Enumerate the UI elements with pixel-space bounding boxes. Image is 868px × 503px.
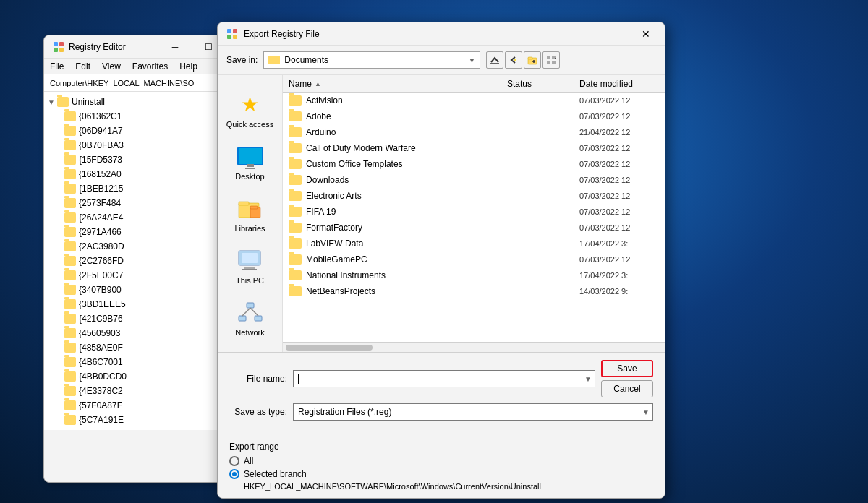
list-item[interactable]: MobileGamePC 07/03/2022 12 (283, 252, 665, 267)
registry-title: Registry Editor (69, 42, 158, 52)
menu-edit[interactable]: Edit (75, 61, 90, 72)
list-item[interactable]: FormatFactory 07/03/2022 12 (283, 220, 665, 236)
nav-label-network: Network (235, 328, 264, 337)
network-icon (236, 299, 265, 325)
svg-line-28 (242, 308, 250, 316)
minimize-button[interactable]: ─ (158, 35, 192, 59)
column-name-label: Name (289, 79, 312, 89)
radio-all-button[interactable] (229, 456, 239, 466)
horizontal-scrollbar[interactable] (283, 342, 665, 352)
save-as-type-combo[interactable]: Registration Files (*.reg) ▼ (293, 403, 653, 421)
tree-label: {4B6C7001 (79, 357, 123, 367)
list-item[interactable]: Electronic Arts 07/03/2022 12 (283, 188, 665, 204)
file-date: 07/03/2022 12 (579, 112, 659, 121)
nav-item-desktop[interactable]: Desktop (221, 139, 279, 185)
folder-icon (64, 126, 76, 136)
dialog-titlebar: Export Registry File ✕ (218, 22, 665, 46)
folder-icon (289, 286, 302, 296)
list-item[interactable]: NetBeansProjects 14/03/2022 9: (283, 283, 665, 299)
folder-icon (64, 299, 76, 309)
list-item[interactable]: Custom Office Templates 07/03/2022 12 (283, 156, 665, 172)
cancel-button[interactable]: Cancel (601, 380, 653, 397)
tree-label: {06D941A7 (79, 126, 123, 136)
column-name[interactable]: Name ▲ (289, 79, 507, 89)
view-menu-button[interactable] (542, 51, 560, 69)
file-name-input-combo[interactable]: ▼ (293, 370, 595, 387)
list-item[interactable]: LabVIEW Data 17/04/2022 3: (283, 236, 665, 252)
tree-label: {2AC3980D (79, 241, 124, 252)
folder-icon (289, 223, 302, 233)
nav-item-this-pc[interactable]: This PC (221, 243, 279, 289)
folder-icon (289, 191, 302, 201)
tree-label: {1BEB1215 (79, 184, 123, 194)
file-date: 17/04/2022 3: (579, 239, 659, 248)
network-shape-icon (237, 301, 263, 323)
save-as-type-dropdown-arrow-icon[interactable]: ▼ (642, 408, 650, 416)
nav-item-network[interactable]: Network (221, 295, 279, 341)
svg-rect-4 (227, 29, 231, 33)
svg-rect-13 (547, 56, 550, 59)
libraries-icon (236, 195, 265, 221)
sort-arrow-icon: ▲ (315, 80, 321, 87)
folder-icon (289, 111, 302, 121)
scrollbar-thumb[interactable] (286, 345, 373, 351)
libraries-shape-icon (237, 197, 263, 219)
nav-item-libraries[interactable]: Libraries (221, 191, 279, 237)
tree-label: {45605903 (79, 328, 120, 338)
file-date: 07/03/2022 12 (579, 255, 659, 264)
list-item[interactable]: National Instruments 17/04/2022 3: (283, 267, 665, 283)
svg-rect-26 (239, 316, 246, 321)
file-list: Activision 07/03/2022 12 Adobe 07/03/202… (283, 93, 665, 342)
menu-view[interactable]: View (102, 61, 121, 72)
save-button[interactable]: Save (601, 360, 653, 377)
radio-selected-button[interactable] (229, 469, 239, 479)
folder-icon (64, 155, 76, 165)
folder-icon (289, 127, 302, 137)
list-item[interactable]: Activision 07/03/2022 12 (283, 93, 665, 108)
export-dialog: Export Registry File ✕ Save in: Document… (217, 22, 665, 499)
file-name: National Instruments (306, 270, 507, 280)
folder-small-icon (268, 56, 280, 64)
list-item[interactable]: FIFA 19 07/03/2022 12 (283, 204, 665, 220)
column-status[interactable]: Status (507, 79, 579, 89)
nav-item-quick-access[interactable]: ★ Quick access (221, 87, 279, 133)
dialog-toolbar: Save in: Documents ▼ (218, 46, 665, 75)
registry-icon (53, 41, 64, 53)
file-date: 07/03/2022 12 (579, 96, 659, 105)
file-name: Adobe (306, 111, 507, 121)
menu-file[interactable]: File (50, 61, 64, 72)
svg-rect-3 (59, 48, 64, 52)
list-item[interactable]: Arduino 21/04/2022 12 (283, 124, 665, 140)
svg-rect-23 (244, 267, 255, 269)
tree-label: {061362C1 (79, 111, 122, 121)
list-item[interactable]: Adobe 07/03/2022 12 (283, 108, 665, 124)
column-status-label: Status (507, 79, 532, 89)
dialog-icon (226, 28, 238, 40)
nav-label-this-pc: This PC (236, 276, 264, 285)
radio-selected-row: Selected branch (229, 469, 653, 479)
dialog-title: Export Registry File (244, 29, 636, 39)
list-item[interactable]: Call of Duty Modern Warfare 07/03/2022 1… (283, 140, 665, 156)
save-in-label: Save in: (226, 55, 258, 65)
svg-rect-0 (54, 42, 58, 46)
tree-label: Uninstall (72, 97, 105, 107)
folder-icon (64, 314, 76, 324)
save-in-combo[interactable]: Documents ▼ (263, 51, 480, 69)
folder-icon (289, 254, 302, 265)
go-up-button[interactable] (486, 51, 503, 69)
file-name: FormatFactory (306, 223, 507, 233)
file-name-dropdown-arrow-icon[interactable]: ▼ (584, 375, 592, 383)
go-back-button[interactable] (505, 51, 522, 69)
menu-favorites[interactable]: Favorites (132, 61, 168, 72)
folder-icon (64, 357, 76, 367)
tree-label: {2573F484 (79, 198, 121, 208)
tree-label: {168152A0 (79, 169, 122, 179)
list-item[interactable]: Downloads 07/03/2022 12 (283, 172, 665, 188)
menu-help[interactable]: Help (179, 61, 197, 72)
tree-label: {2C2766FD (79, 256, 124, 266)
file-name: Arduino (306, 127, 507, 137)
column-date[interactable]: Date modified (579, 79, 659, 89)
dialog-close-button[interactable]: ✕ (636, 27, 656, 41)
new-folder-button[interactable] (524, 51, 541, 69)
folder-icon (64, 386, 76, 396)
